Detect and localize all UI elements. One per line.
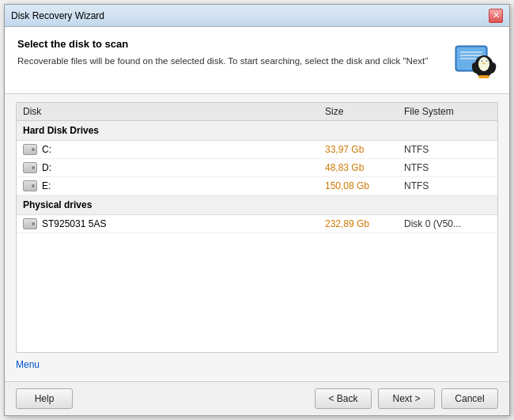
col-fs: File System xyxy=(404,106,491,117)
disk-row-d[interactable]: D: 48,83 Gb NTFS xyxy=(17,159,497,177)
bottom-left-buttons: Help xyxy=(16,388,73,409)
disk-icon-d xyxy=(23,162,37,173)
svg-point-10 xyxy=(486,60,488,62)
menu-link[interactable]: Menu xyxy=(16,359,40,370)
bottom-right-buttons: < Back Next > Cancel xyxy=(315,388,498,409)
svg-point-15 xyxy=(483,75,489,78)
header-description: Recoverable files will be found on the s… xyxy=(17,55,443,68)
bottom-bar: Help < Back Next > Cancel xyxy=(5,381,509,415)
disk-name-e: E: xyxy=(23,180,325,191)
col-size: Size xyxy=(325,106,404,117)
disk-size-c: 33,97 Gb xyxy=(325,144,404,155)
close-button[interactable]: ✕ xyxy=(489,9,503,23)
disk-size-physical: 232,89 Gb xyxy=(325,218,404,229)
main-window: Disk Recovery Wizard ✕ Select the disk t… xyxy=(4,4,510,416)
disk-fs-c: NTFS xyxy=(404,144,491,155)
disk-name-d: D: xyxy=(23,162,325,173)
col-disk: Disk xyxy=(23,106,325,117)
table-header: Disk Size File System xyxy=(17,103,497,121)
disk-fs-physical: Disk 0 (V50... xyxy=(404,218,491,229)
window-title: Disk Recovery Wizard xyxy=(11,10,104,21)
group-hdd: Hard Disk Drives xyxy=(17,121,497,141)
disk-size-d: 48,83 Gb xyxy=(325,162,404,173)
svg-point-9 xyxy=(482,60,483,62)
disk-fs-e: NTFS xyxy=(404,180,491,191)
disk-name-c: C: xyxy=(23,144,325,155)
disk-fs-d: NTFS xyxy=(404,162,491,173)
disk-name-physical: ST925031 5AS xyxy=(23,218,325,229)
wizard-icon-container xyxy=(452,38,497,82)
back-button[interactable]: < Back xyxy=(315,388,372,409)
group-physical: Physical drives xyxy=(17,195,497,215)
disk-icon-c xyxy=(23,144,37,155)
wizard-icon xyxy=(452,38,497,82)
next-button[interactable]: Next > xyxy=(378,388,435,409)
cancel-button[interactable]: Cancel xyxy=(441,388,498,409)
disk-row-physical[interactable]: ST925031 5AS 232,89 Gb Disk 0 (V50... xyxy=(17,215,497,233)
disk-icon-e xyxy=(23,180,37,191)
disk-row-c[interactable]: C: 33,97 Gb NTFS xyxy=(17,141,497,159)
header-area: Select the disk to scan Recoverable file… xyxy=(5,27,509,94)
footer-link-area: Menu xyxy=(16,353,498,373)
title-bar: Disk Recovery Wizard ✕ xyxy=(5,5,509,27)
content-area: Disk Size File System Hard Disk Drives C… xyxy=(5,94,509,381)
header-text: Select the disk to scan Recoverable file… xyxy=(17,38,443,68)
disk-row-e[interactable]: E: 150,08 Gb NTFS xyxy=(17,177,497,195)
header-title: Select the disk to scan xyxy=(17,38,443,50)
help-button[interactable]: Help xyxy=(16,388,73,409)
disk-size-e: 150,08 Gb xyxy=(325,180,404,191)
disk-icon-physical xyxy=(23,218,37,229)
disk-table: Disk Size File System Hard Disk Drives C… xyxy=(16,102,498,353)
